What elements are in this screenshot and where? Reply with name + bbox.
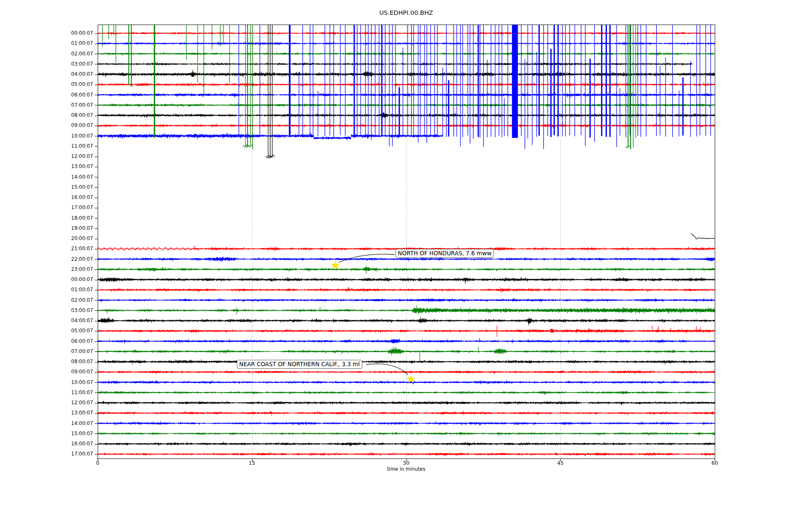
y-tick-label: 02:00:07 — [0, 51, 93, 57]
y-tick-label: 12:00:07 — [0, 400, 93, 406]
y-tick-label: 07:00:07 — [0, 102, 93, 108]
seismogram-figure: US.EDHPI.00.BHZ 00:00:0701:00:0702:00:07… — [0, 0, 812, 508]
y-tick-label: 00:00:07 — [0, 276, 93, 283]
x-axis-title: time in minutes — [98, 466, 715, 472]
y-tick-label: 11:00:07 — [0, 389, 93, 396]
event-annotation-honduras: NORTH OF HONDURAS, 7.6 mww — [395, 249, 494, 258]
y-tick-label: 14:00:07 — [0, 420, 93, 427]
y-tick-label: 22:00:07 — [0, 256, 93, 262]
y-tick-label: 07:00:07 — [0, 348, 93, 355]
y-tick-label: 08:00:07 — [0, 112, 93, 119]
y-tick-label: 09:00:07 — [0, 369, 93, 375]
x-tick-label: 30 — [403, 460, 409, 466]
y-tick-label: 19:00:07 — [0, 225, 93, 232]
y-tick-label: 16:00:07 — [0, 441, 93, 447]
x-tick-label: 15 — [249, 460, 255, 466]
y-tick-label: 20:00:07 — [0, 235, 93, 242]
y-tick-label: 17:00:07 — [0, 204, 93, 211]
y-tick-label: 01:00:07 — [0, 287, 93, 293]
x-tick-label: 0 — [96, 460, 99, 466]
y-tick-label: 15:00:07 — [0, 184, 93, 190]
y-tick-label: 13:00:07 — [0, 163, 93, 170]
y-tick-label: 06:00:07 — [0, 338, 93, 345]
y-tick-label: 13:00:07 — [0, 410, 93, 416]
y-tick-label: 01:00:07 — [0, 40, 93, 47]
y-tick-label: 05:00:07 — [0, 81, 93, 88]
y-tick-label: 17:00:07 — [0, 451, 93, 457]
x-tick-label: 45 — [557, 460, 564, 466]
y-tick-label: 23:00:07 — [0, 266, 93, 273]
y-tick-label: 05:00:07 — [0, 328, 93, 334]
y-tick-label: 15:00:07 — [0, 431, 93, 437]
y-tick-label: 04:00:07 — [0, 71, 93, 77]
y-tick-label: 09:00:07 — [0, 122, 93, 129]
y-tick-label: 08:00:07 — [0, 359, 93, 365]
y-tick-label: 18:00:07 — [0, 215, 93, 221]
y-tick-label: 10:00:07 — [0, 379, 93, 386]
y-tick-label: 06:00:07 — [0, 92, 93, 98]
y-tick-label: 21:00:07 — [0, 246, 93, 252]
event-annotation-norcal: NEAR COAST OF NORTHERN CALIF., 3.3 ml — [237, 360, 362, 369]
y-tick-label: 16:00:07 — [0, 194, 93, 201]
y-tick-label: 12:00:07 — [0, 153, 93, 160]
plot-title: US.EDHPI.00.BHZ — [98, 9, 715, 16]
y-tick-label: 03:00:07 — [0, 61, 93, 67]
y-tick-label: 00:00:07 — [0, 30, 93, 36]
y-tick-label: 14:00:07 — [0, 174, 93, 180]
y-tick-label: 02:00:07 — [0, 297, 93, 304]
y-tick-label: 11:00:07 — [0, 143, 93, 149]
y-tick-label: 04:00:07 — [0, 318, 93, 324]
y-tick-label: 03:00:07 — [0, 307, 93, 314]
x-tick-label: 60 — [711, 460, 718, 466]
y-tick-label: 10:00:07 — [0, 133, 93, 139]
